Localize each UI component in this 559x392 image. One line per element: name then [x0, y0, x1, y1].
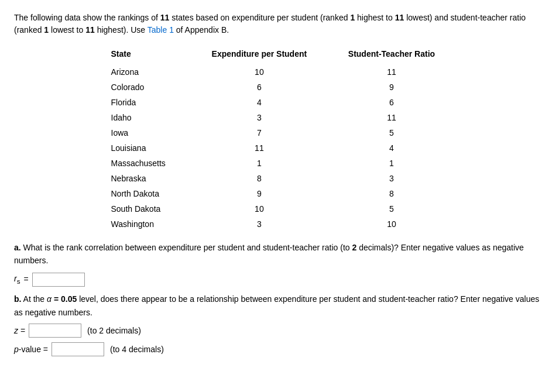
- ratio-cell: 4: [328, 140, 455, 156]
- ratio-cell: 5: [328, 201, 455, 216]
- expenditure-cell: 8: [190, 171, 328, 186]
- rs-input-row: rs =: [14, 272, 545, 287]
- ratio-cell: 10: [328, 216, 455, 232]
- ratio-cell: 8: [328, 186, 455, 201]
- table-row: Massachusetts 1 1: [104, 156, 455, 171]
- state-cell: Washington: [104, 216, 191, 232]
- rank-high2: 11: [85, 25, 95, 35]
- z-note: (to 2 decimals): [87, 324, 141, 337]
- ratio-cell: 5: [328, 125, 455, 140]
- state-cell: South Dakota: [104, 201, 191, 216]
- alpha-symbol: α: [47, 294, 52, 304]
- section-a-decimals: 2: [352, 243, 356, 252]
- rank-low: 11: [395, 13, 404, 22]
- pvalue-note: (to 4 decimals): [110, 343, 164, 356]
- ratio-cell: 11: [328, 110, 455, 125]
- pvalue-input[interactable]: [52, 342, 104, 356]
- table-row: Arizona 10 11: [104, 64, 455, 80]
- expenditure-cell: 3: [190, 110, 328, 125]
- table-row: North Dakota 9 8: [104, 186, 455, 201]
- ratio-cell: 1: [328, 156, 455, 171]
- state-cell: Arizona: [104, 64, 191, 80]
- rank-low2: 1: [44, 25, 49, 35]
- rs-label: rs: [14, 272, 20, 287]
- data-table: State Expenditure per Student Student-Te…: [104, 46, 455, 232]
- state-cell: Nebraska: [104, 171, 191, 186]
- table-link[interactable]: Table 1: [148, 25, 174, 35]
- expenditure-cell: 10: [190, 64, 328, 80]
- z-input[interactable]: [29, 324, 81, 338]
- col-ratio-header: Student-Teacher Ratio: [328, 46, 455, 64]
- state-cell: Massachusetts: [104, 156, 191, 171]
- table-row: South Dakota 10 5: [104, 201, 455, 216]
- num-states: 11: [160, 13, 170, 22]
- section-a-text: a. What is the rank correlation between …: [14, 241, 545, 267]
- expenditure-cell: 1: [190, 156, 328, 171]
- state-cell: Idaho: [104, 110, 191, 125]
- ratio-cell: 3: [328, 171, 455, 186]
- rs-equals: =: [24, 273, 29, 286]
- table-row: Iowa 7 5: [104, 125, 455, 140]
- rank-high: 1: [350, 13, 355, 22]
- table-row: Nebraska 8 3: [104, 171, 455, 186]
- expenditure-cell: 7: [190, 125, 328, 140]
- state-cell: Florida: [104, 95, 191, 110]
- pvalue-label: p-value =: [14, 343, 48, 356]
- table-row: Idaho 3 11: [104, 110, 455, 125]
- section-a: a. What is the rank correlation between …: [14, 241, 545, 287]
- ratio-cell: 11: [328, 64, 455, 80]
- ratio-cell: 6: [328, 95, 455, 110]
- intro-paragraph: The following data show the rankings of …: [14, 12, 545, 36]
- z-label: z =: [14, 324, 25, 337]
- state-cell: North Dakota: [104, 186, 191, 201]
- alpha-value: = 0.05: [54, 294, 77, 304]
- section-b-label: b.: [14, 294, 21, 304]
- expenditure-cell: 6: [190, 80, 328, 95]
- table-header-row: State Expenditure per Student Student-Te…: [104, 46, 455, 64]
- table-row: Louisiana 11 4: [104, 140, 455, 156]
- z-input-row: z = (to 2 decimals): [14, 324, 545, 338]
- section-a-label: a.: [14, 243, 21, 252]
- state-cell: Colorado: [104, 80, 191, 95]
- table-row: Florida 4 6: [104, 95, 455, 110]
- expenditure-cell: 10: [190, 201, 328, 216]
- table-row: Colorado 6 9: [104, 80, 455, 95]
- pvalue-input-row: p-value = (to 4 decimals): [14, 342, 545, 356]
- section-b-text: b. At the α = 0.05 level, does there app…: [14, 293, 545, 319]
- state-cell: Iowa: [104, 125, 191, 140]
- expenditure-cell: 4: [190, 95, 328, 110]
- section-b: b. At the α = 0.05 level, does there app…: [14, 293, 545, 356]
- state-cell: Louisiana: [104, 140, 191, 156]
- table-row: Washington 3 10: [104, 216, 455, 232]
- ratio-cell: 9: [328, 80, 455, 95]
- col-expenditure-header: Expenditure per Student: [190, 46, 328, 64]
- expenditure-cell: 3: [190, 216, 328, 232]
- expenditure-cell: 11: [190, 140, 328, 156]
- expenditure-cell: 9: [190, 186, 328, 201]
- col-state-header: State: [104, 46, 191, 64]
- rs-input[interactable]: [32, 273, 85, 287]
